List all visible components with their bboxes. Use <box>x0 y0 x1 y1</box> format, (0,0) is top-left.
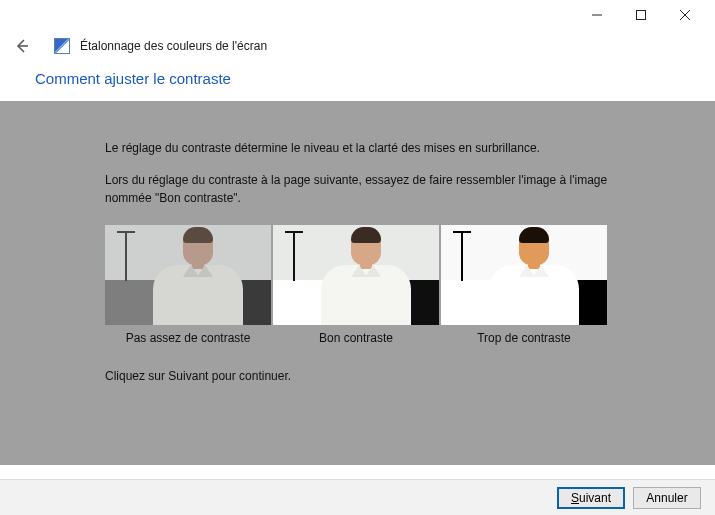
continue-hint: Cliquez sur Suivant pour continuer. <box>105 367 645 385</box>
caption-low: Pas assez de contraste <box>105 331 271 345</box>
close-button[interactable] <box>663 0 707 30</box>
instruction-text: Lors du réglage du contraste à la page s… <box>105 171 645 207</box>
caption-high: Trop de contraste <box>441 331 607 345</box>
caption-good: Bon contraste <box>273 331 439 345</box>
minimize-button[interactable] <box>575 0 619 30</box>
example-images <box>105 225 645 325</box>
content-panel: Le réglage du contraste détermine le niv… <box>0 101 715 465</box>
next-button[interactable]: Suivant <box>557 487 625 509</box>
example-captions: Pas assez de contraste Bon contraste Tro… <box>105 331 645 345</box>
svg-rect-1 <box>637 11 646 20</box>
titlebar <box>0 0 715 30</box>
example-high-contrast <box>441 225 607 325</box>
back-button[interactable] <box>10 34 34 58</box>
footer: Suivant Annuler <box>0 479 715 515</box>
example-good-contrast <box>273 225 439 325</box>
example-low-contrast <box>105 225 271 325</box>
header: Étalonnage des couleurs de l'écran <box>0 30 715 70</box>
intro-text: Le réglage du contraste détermine le niv… <box>105 139 645 157</box>
page-heading: Comment ajuster le contraste <box>35 70 715 87</box>
window-title: Étalonnage des couleurs de l'écran <box>80 39 267 53</box>
heading-area: Comment ajuster le contraste <box>0 70 715 101</box>
cancel-button[interactable]: Annuler <box>633 487 701 509</box>
app-icon <box>54 38 70 54</box>
maximize-button[interactable] <box>619 0 663 30</box>
